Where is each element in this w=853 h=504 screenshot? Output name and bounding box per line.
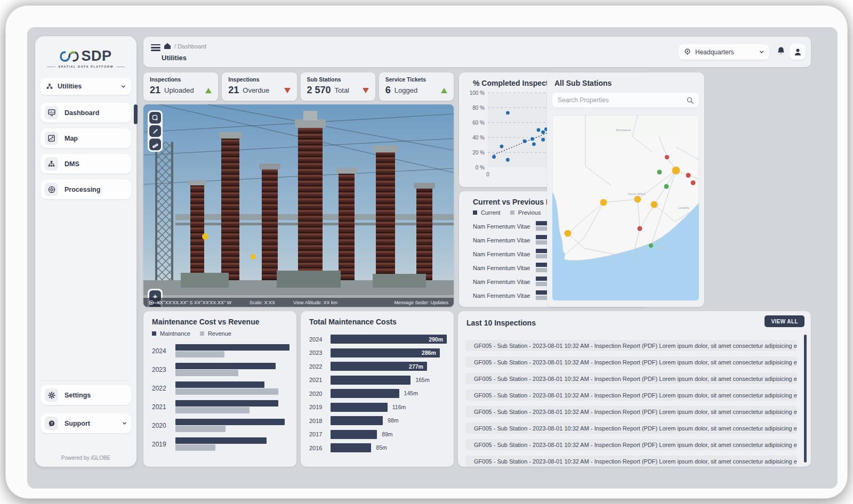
location-selector-value: Headquarters bbox=[695, 48, 734, 56]
year-label: 2019 bbox=[309, 404, 331, 410]
search-input[interactable] bbox=[552, 96, 687, 104]
sidebar-item-label: Dashboard bbox=[65, 109, 99, 117]
bell-icon[interactable] bbox=[777, 46, 785, 58]
stat-card-inspections-uploaded: Inspections 21 Uploaded bbox=[143, 72, 218, 101]
sidebar-item-map[interactable]: Map bbox=[41, 128, 131, 148]
substation-photo-viewer[interactable]: + − XX°XX'XX.XX" S XX°XX'XX.XX" W Scale:… bbox=[143, 104, 454, 307]
hierarchy-icon bbox=[45, 157, 58, 170]
category-label: 2023 bbox=[152, 366, 175, 373]
view-all-button[interactable]: VIEW ALL bbox=[765, 315, 804, 327]
stat-card-service-tickets: Service Tickets 6 Logged bbox=[379, 72, 454, 101]
substation-marker-green[interactable] bbox=[649, 243, 653, 248]
stat-value: 21 bbox=[228, 85, 239, 96]
breadcrumb[interactable]: / Dashboard bbox=[174, 43, 206, 50]
select-tool-button[interactable] bbox=[149, 112, 161, 124]
sidebar-item-label: Settings bbox=[65, 392, 91, 399]
inspections-list: GF005 - Sub Station - 2023-08-01 10:32 A… bbox=[465, 340, 797, 472]
cost-bar bbox=[331, 376, 411, 385]
search-icon[interactable] bbox=[687, 97, 694, 104]
value-label: 98m bbox=[388, 417, 398, 424]
bar-pair-row: 2022 bbox=[152, 381, 289, 395]
chart-legend: Maintnance Revenue bbox=[152, 330, 231, 337]
substation-marker-yellow[interactable] bbox=[600, 199, 607, 206]
category-label: Nam Fernentum Vitae bbox=[473, 279, 536, 285]
brand-tagline: SPATIAL DATA PLATFORM bbox=[35, 65, 136, 68]
inspection-row[interactable]: GF005 - Sub Station - 2023-08-01 10:32 A… bbox=[465, 422, 797, 434]
cost-bar bbox=[331, 430, 377, 439]
legend-swatch-maintenance bbox=[152, 331, 156, 336]
substation-marker-red[interactable] bbox=[686, 173, 691, 178]
cost-bar: 277m bbox=[331, 362, 427, 371]
year-label: 2022 bbox=[309, 363, 331, 370]
substation-marker-green[interactable] bbox=[664, 184, 669, 189]
sidebar-item-support[interactable]: ? Support bbox=[41, 413, 131, 433]
substation-marker-yellow[interactable] bbox=[672, 167, 680, 175]
bar-row: 2020145m bbox=[309, 389, 447, 398]
cost-bar: 286m bbox=[331, 348, 440, 357]
viewer-message: Message Seder: Updates bbox=[394, 300, 448, 305]
inspection-row[interactable]: GF005 - Sub Station - 2023-08-01 10:32 A… bbox=[465, 340, 797, 351]
inspection-row[interactable]: GF005 - Sub Station - 2023-08-01 10:32 A… bbox=[465, 389, 797, 401]
measure-tool-button[interactable] bbox=[149, 139, 161, 150]
scrollbar[interactable] bbox=[804, 335, 807, 462]
stat-label: Logged bbox=[395, 86, 417, 94]
home-icon[interactable] bbox=[164, 43, 171, 50]
sidebar-item-dms[interactable]: DMS bbox=[41, 154, 131, 174]
map-icon bbox=[45, 132, 58, 145]
page-title: Utilities bbox=[162, 54, 187, 62]
location-selector[interactable]: Headquarters bbox=[679, 44, 769, 60]
inspection-row[interactable]: GF005 - Sub Station - 2023-08-01 10:32 A… bbox=[465, 439, 797, 450]
substation-marker-green[interactable] bbox=[657, 170, 662, 175]
bar-row: 2019116m bbox=[309, 403, 447, 412]
sidebar-item-settings[interactable]: Settings bbox=[41, 385, 131, 405]
substations-map[interactable]: Botswana South Africa Lesotho bbox=[552, 115, 699, 300]
tablet-frame: SDP SPATIAL DATA PLATFORM Utilities bbox=[5, 5, 848, 499]
inspection-row[interactable]: GF005 - Sub Station - 2023-08-01 10:32 A… bbox=[465, 373, 797, 384]
substation-marker-yellow[interactable] bbox=[634, 196, 641, 203]
sidebar-item-processing[interactable]: Processing bbox=[41, 180, 131, 199]
substations-panel: All Sub Stations bbox=[547, 72, 704, 307]
inspection-row[interactable]: GF005 - Sub Station - 2023-08-01 10:32 A… bbox=[465, 406, 797, 417]
dashboard-icon bbox=[45, 106, 58, 119]
draw-tool-button[interactable] bbox=[149, 125, 161, 137]
screen: SDP SPATIAL DATA PLATFORM Utilities bbox=[27, 27, 838, 489]
inspection-row[interactable]: GF005 - Sub Station - 2023-08-01 10:32 A… bbox=[465, 356, 797, 368]
topbar: / Dashboard Utilities Headquarters bbox=[143, 37, 811, 67]
bar-row: 2022277m bbox=[309, 362, 447, 371]
bar-row: 201789m bbox=[309, 430, 447, 439]
value-label: 89m bbox=[382, 431, 392, 437]
cost-bar bbox=[331, 389, 399, 398]
cost-bar bbox=[331, 416, 383, 425]
bar-primary bbox=[175, 381, 264, 388]
bar-pair-row: 2019 bbox=[152, 437, 289, 451]
substation-marker-red[interactable] bbox=[691, 181, 696, 185]
cost-bar bbox=[331, 443, 371, 452]
maintenance-vs-revenue-panel: Maintenance Cost vs Revenue Maintnance R… bbox=[143, 311, 296, 467]
substation-marker-red[interactable] bbox=[638, 226, 642, 231]
sidebar-item-dashboard[interactable]: Dashboard bbox=[41, 103, 131, 123]
substation-marker-yellow[interactable] bbox=[565, 230, 572, 237]
category-label: 2024 bbox=[152, 347, 175, 355]
processing-icon bbox=[45, 183, 58, 196]
account-button[interactable] bbox=[790, 44, 806, 60]
bar-secondary bbox=[175, 370, 238, 376]
value-label: 116m bbox=[392, 404, 406, 410]
legend-swatch-revenue bbox=[200, 331, 204, 336]
bar-row: 2024290m bbox=[309, 335, 447, 344]
stat-card-substations-total: Sub Stations 2 570 Total bbox=[301, 72, 375, 101]
trend-down-icon bbox=[284, 88, 291, 93]
bar-pair-row: 2024 bbox=[152, 344, 289, 357]
year-label: 2024 bbox=[309, 336, 331, 343]
substation-marker-red[interactable] bbox=[665, 155, 669, 159]
value-label: 277m bbox=[409, 363, 427, 370]
category-label: Nam Fernentum Vitae bbox=[473, 292, 536, 299]
year-label: 2017 bbox=[309, 431, 331, 437]
menu-icon[interactable] bbox=[151, 44, 160, 51]
network-icon bbox=[46, 83, 53, 90]
bar-secondary bbox=[175, 426, 226, 432]
bar-secondary bbox=[175, 388, 278, 395]
inspection-row[interactable]: GF005 - Sub Station - 2023-08-01 10:32 A… bbox=[465, 456, 797, 467]
substation-marker-yellow[interactable] bbox=[651, 201, 658, 208]
bar-row: 2023286m bbox=[309, 348, 447, 357]
utilities-selector[interactable]: Utilities bbox=[41, 78, 131, 95]
